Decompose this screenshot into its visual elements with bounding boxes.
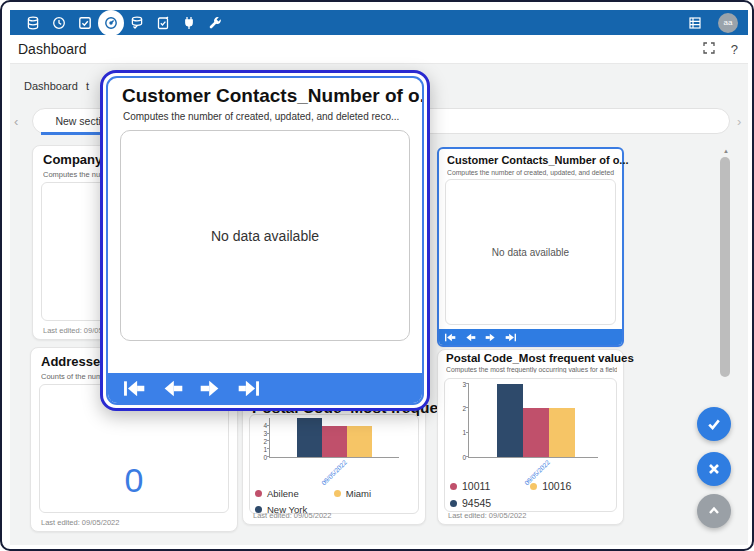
last-edited-label: Last edited: 09/05/2022 xyxy=(41,518,119,527)
no-data-label: No data available xyxy=(211,228,319,244)
y-axis-tick-label: 1 xyxy=(254,446,267,453)
y-axis-tick-mark xyxy=(267,440,270,441)
card-title: Postal Code_Most frequent values xyxy=(446,352,634,364)
chevron-up-icon xyxy=(706,503,722,519)
database-icon[interactable] xyxy=(20,10,46,35)
check-icon xyxy=(706,416,722,432)
close-icon xyxy=(706,461,722,477)
next-page-icon[interactable] xyxy=(200,380,221,397)
table-list-icon[interactable] xyxy=(682,10,708,35)
app-window: aa Dashboard ? Dashboard t ‹ New section… xyxy=(0,0,754,551)
legend-label: Abilene xyxy=(267,488,299,499)
bar-chart: 0123409/05/2022 xyxy=(269,418,399,458)
y-axis-tick-mark xyxy=(466,407,469,408)
card-title: Customer Contacts_Number of o... xyxy=(447,154,629,166)
legend-label: 10016 xyxy=(542,480,571,492)
legend-item: 10011 xyxy=(450,480,530,492)
magnified-widget-popup: Customer Contacts_Number of o... Compute… xyxy=(100,70,430,411)
bar-New York xyxy=(297,418,322,457)
gauge-icon[interactable] xyxy=(98,10,124,36)
y-axis-tick-label: 3 xyxy=(254,430,267,437)
card-postal-code-frequent-values[interactable]: Postal Code_Most frequent values Compute… xyxy=(437,349,624,525)
legend-dot-icon xyxy=(334,490,341,497)
wrench-icon[interactable] xyxy=(202,10,228,35)
card-subtitle: Computes the number of created, updated,… xyxy=(447,169,616,176)
legend-label: Miami xyxy=(346,488,371,499)
breadcrumb: Dashboard xyxy=(24,80,78,92)
y-axis-tick-label: 0 xyxy=(453,454,466,461)
legend-label: 94545 xyxy=(462,497,491,509)
y-axis-tick-mark xyxy=(267,425,270,426)
first-page-icon[interactable] xyxy=(445,333,456,342)
y-axis-tick-mark xyxy=(466,383,469,384)
first-page-icon[interactable] xyxy=(124,380,145,397)
next-page-icon[interactable] xyxy=(485,333,496,342)
bar-Abilene xyxy=(322,426,347,457)
widget-pagination-bar xyxy=(439,329,622,345)
bar-94545 xyxy=(497,384,523,457)
y-axis-tick-label: 3 xyxy=(453,381,466,388)
y-axis-tick-label: 2 xyxy=(453,405,466,412)
legend-item: 94545 xyxy=(450,497,530,509)
y-axis-tick-label: 1 xyxy=(453,429,466,436)
y-axis-tick-mark xyxy=(267,433,270,434)
card-customer-contacts[interactable]: Customer Contacts_Number of o... Compute… xyxy=(437,147,624,347)
plug-icon[interactable] xyxy=(176,10,202,35)
y-axis-tick-label: 2 xyxy=(254,438,267,445)
last-page-icon[interactable] xyxy=(505,333,516,342)
legend-label: 10011 xyxy=(462,480,490,492)
y-axis-tick-mark xyxy=(466,432,469,433)
last-edited-label: Last edited: 09/05/2022 xyxy=(448,511,526,520)
cancel-button[interactable] xyxy=(697,452,731,486)
y-axis-tick-mark xyxy=(267,456,270,457)
last-edited-label: Last edited: 09/05/2022 xyxy=(253,511,331,520)
y-axis-tick-mark xyxy=(267,448,270,449)
clock-icon[interactable] xyxy=(46,10,72,35)
card-content-box: No data available xyxy=(445,179,616,325)
top-toolbar: aa xyxy=(10,10,748,35)
y-axis-tick-mark xyxy=(466,456,469,457)
popup-content-box: No data available xyxy=(120,130,410,341)
fullscreen-icon[interactable] xyxy=(703,40,715,58)
scrollbar-up-arrow-icon[interactable]: ▲ xyxy=(723,148,729,154)
tabs-next-chevron-icon[interactable]: › xyxy=(737,114,741,129)
legend-dot-icon xyxy=(530,483,537,490)
no-data-label: No data available xyxy=(492,247,569,258)
legend-item: 10016 xyxy=(530,480,610,492)
previous-page-icon[interactable] xyxy=(162,380,183,397)
card-subtitle: Computes the most frequently occurring v… xyxy=(446,366,617,373)
page-header: Dashboard ? xyxy=(10,35,748,64)
bar-chart: 012309/05/2022 xyxy=(468,384,598,458)
popup-title: Customer Contacts_Number of o... xyxy=(122,85,424,107)
vertical-scrollbar-thumb[interactable] xyxy=(720,157,730,377)
count-value: 0 xyxy=(40,461,228,500)
database-stack-icon[interactable] xyxy=(124,10,150,35)
legend-item: Miami xyxy=(334,488,413,499)
bar-10011 xyxy=(523,408,549,457)
last-page-icon[interactable] xyxy=(238,380,259,397)
tabs-prev-chevron-icon[interactable]: ‹ xyxy=(14,114,18,129)
legend-dot-icon xyxy=(450,500,457,507)
clipboard-check-icon[interactable] xyxy=(150,10,176,35)
avatar[interactable]: aa xyxy=(718,13,738,33)
popup-inner: Customer Contacts_Number of o... Compute… xyxy=(106,76,424,405)
help-button[interactable]: ? xyxy=(731,42,738,57)
legend-dot-icon xyxy=(450,483,457,490)
y-axis-tick-label: 0 xyxy=(254,454,267,461)
check-square-icon[interactable] xyxy=(72,10,98,35)
legend-dot-icon xyxy=(255,490,262,497)
scroll-to-top-button[interactable] xyxy=(697,494,731,528)
dashboard-selector[interactable]: t xyxy=(86,80,89,92)
page-title: Dashboard xyxy=(18,41,87,57)
dashboard-content: Dashboard t ‹ New section › Company_ Com… xyxy=(10,64,748,545)
y-axis-tick-label: 4 xyxy=(254,422,267,429)
popup-subtitle: Computes the number of created, updated,… xyxy=(123,111,399,122)
popup-pagination-bar xyxy=(108,373,422,403)
chart-legend: 100111001694545 xyxy=(450,480,617,514)
previous-page-icon[interactable] xyxy=(465,333,476,342)
legend-item: Abilene xyxy=(255,488,334,499)
confirm-button[interactable] xyxy=(697,407,731,441)
